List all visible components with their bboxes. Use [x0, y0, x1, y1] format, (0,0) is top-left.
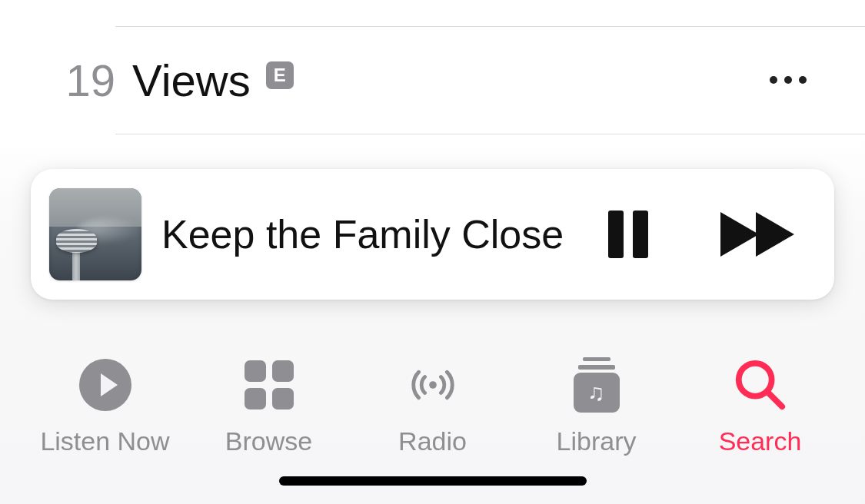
- track-title: Views: [132, 55, 251, 106]
- library-icon: ♫: [569, 357, 624, 413]
- search-icon: [733, 357, 788, 413]
- tab-label: Search: [719, 426, 802, 456]
- tab-radio[interactable]: Radio: [356, 357, 510, 456]
- forward-button[interactable]: [720, 212, 796, 257]
- pause-button[interactable]: [608, 211, 651, 258]
- tab-library[interactable]: ♫ Library: [520, 357, 674, 456]
- home-indicator[interactable]: [279, 476, 587, 486]
- play-circle-icon: [78, 357, 133, 413]
- forward-icon: [720, 212, 759, 257]
- tab-label: Radio: [398, 426, 467, 456]
- tab-label: Browse: [225, 426, 312, 456]
- pause-icon: [608, 211, 624, 258]
- svg-line-2: [767, 393, 781, 406]
- grid-icon: [241, 357, 297, 413]
- ellipsis-icon: [770, 76, 777, 84]
- now-playing-title: Keep the Family Close: [161, 211, 608, 257]
- now-playing-bar[interactable]: Keep the Family Close: [31, 169, 834, 300]
- divider: [115, 134, 865, 134]
- tab-bar: Listen Now Browse Radio: [0, 333, 865, 456]
- tab-listen-now[interactable]: Listen Now: [28, 357, 182, 456]
- explicit-badge: E: [266, 61, 294, 89]
- tab-browse[interactable]: Browse: [192, 357, 346, 456]
- playback-controls: [608, 211, 796, 258]
- radio-icon: [405, 357, 461, 413]
- tab-label: Library: [557, 426, 637, 456]
- track-number: 19: [54, 55, 115, 106]
- tab-label: Listen Now: [40, 426, 169, 456]
- album-art: [49, 188, 141, 280]
- more-options-button[interactable]: [765, 57, 811, 103]
- track-row[interactable]: 19 Views E: [0, 26, 865, 134]
- tab-search[interactable]: Search: [684, 357, 837, 456]
- svg-point-0: [429, 381, 437, 389]
